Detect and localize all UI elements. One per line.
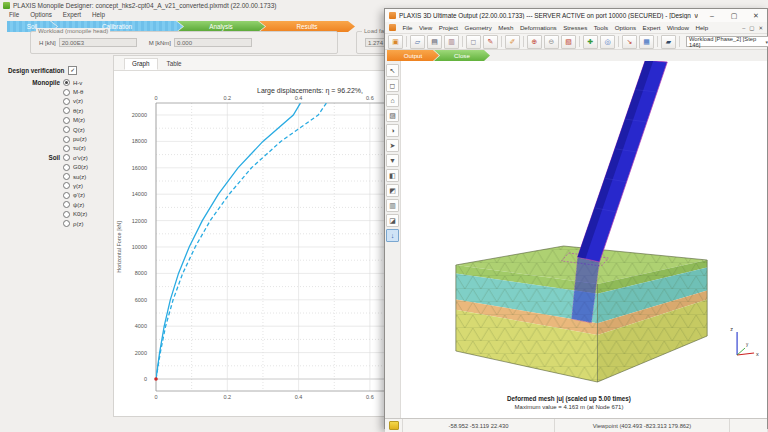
radio-z[interactable] [63, 192, 70, 199]
rw-menu-deformations[interactable]: Deformations [520, 24, 557, 31]
cross-section-icon[interactable]: ▰ [661, 35, 676, 49]
radio-z[interactable] [63, 182, 70, 189]
rw-menu-help[interactable]: Help [695, 24, 708, 31]
svg-text:10000: 10000 [132, 244, 147, 250]
measure-icon[interactable]: ✐ [505, 35, 520, 49]
radio-u-z[interactable] [63, 145, 70, 152]
toolbar-separator [462, 36, 463, 47]
radio-label-q-z: Q(z) [73, 127, 85, 133]
cross-section-tool-icon[interactable]: ◪ [386, 214, 399, 227]
zoom-extents-icon[interactable]: ▧ [561, 35, 576, 49]
radio-h-v[interactable] [63, 79, 70, 86]
rw-menu-project[interactable]: Project [439, 24, 458, 31]
result-caption: Deformed mesh |u| (scaled up 5.00 times)… [441, 395, 697, 410]
print-icon[interactable]: ▤ [427, 35, 442, 49]
lw-menu-expert[interactable]: Expert [63, 11, 81, 18]
lw-menu-options[interactable]: Options [30, 11, 52, 18]
table-icon[interactable]: ▦ [639, 35, 654, 49]
phase-dropdown[interactable]: Workload [Phase_2] [Step 146] ▾ [686, 36, 768, 47]
zoom-rectangle-icon[interactable]: ◻ [386, 79, 399, 92]
rw-menu-mesh[interactable]: Mesh [498, 24, 513, 31]
radio-z[interactable] [63, 201, 70, 208]
input-m-knm[interactable]: 0.000 [174, 38, 252, 47]
zoom-in-icon[interactable]: ⊕ [527, 35, 542, 49]
radio-label-z: ψ(z) [73, 202, 84, 208]
mode-tab-output[interactable]: Output [387, 50, 439, 61]
rw-menu-stresses[interactable]: Stresses [563, 24, 587, 31]
svg-text:12000: 12000 [132, 218, 147, 224]
result-option-row: γ(z) [0, 181, 112, 190]
zoom-out-icon[interactable]: ⊖ [544, 35, 559, 49]
rw-menu-expert[interactable]: Expert [643, 24, 661, 31]
mdi-restore-button[interactable]: ▢ [749, 25, 754, 31]
pan-icon[interactable]: ✚ [583, 35, 598, 49]
rw-menu-options[interactable]: Options [615, 24, 636, 31]
radio-g0-z[interactable] [63, 164, 70, 171]
svg-text:0.6: 0.6 [366, 394, 374, 400]
svg-text:Large displacements: η = 96.22: Large displacements: η = 96.22%, [257, 87, 363, 95]
scale-icon[interactable]: ↘ [622, 35, 637, 49]
mode-tab-close[interactable]: Close [434, 50, 490, 61]
group-label-soil: Soil [0, 154, 63, 161]
close-button[interactable]: ✕ [745, 9, 767, 22]
toolbar-separator [657, 36, 658, 47]
radio-v-z[interactable] [63, 98, 70, 105]
hide-soil-icon[interactable]: ▥ [386, 199, 399, 212]
materials-icon[interactable]: ▨ [386, 109, 399, 122]
phase-dropdown-value: Workload [Phase_2] [Step 146] [689, 36, 765, 48]
rw-menu-geometry[interactable]: Geometry [465, 24, 492, 31]
svg-text:Horizontal Force [kN]: Horizontal Force [kN] [116, 221, 122, 273]
input-h-kn[interactable]: 20.00E3 [59, 38, 137, 47]
select-rectangle-icon[interactable]: ◻ [466, 35, 481, 49]
report-icon[interactable]: ▥ [444, 35, 459, 49]
rw-menu-view[interactable]: View [419, 24, 432, 31]
rw-menu-tools[interactable]: Tools [594, 24, 608, 31]
svg-text:18000: 18000 [132, 138, 147, 144]
radio-k0-z[interactable] [63, 211, 70, 218]
radio-z[interactable] [63, 107, 70, 114]
radio-v-z[interactable] [63, 154, 70, 161]
radio-pu-z[interactable] [63, 136, 70, 143]
design-verification-checkbox[interactable] [68, 66, 77, 75]
radio-q-z[interactable] [63, 126, 70, 133]
radio-su-z[interactable] [63, 173, 70, 180]
lw-menu-file[interactable]: File [9, 11, 19, 18]
results-chart[interactable]: 0200040006000800010000120001400016000180… [114, 76, 389, 416]
draw-icon[interactable]: ✎ [483, 35, 498, 49]
select-icon[interactable]: ↖ [386, 64, 399, 77]
maximize-button[interactable]: ▢ [723, 9, 745, 22]
rw-menu-file[interactable]: File [403, 24, 413, 31]
note-icon[interactable] [389, 421, 399, 430]
lw-menu-help[interactable]: Help [92, 11, 105, 18]
phases-icon[interactable]: ◑ [386, 124, 399, 137]
radio-m[interactable] [63, 89, 70, 96]
shading-icon[interactable]: ◩ [386, 184, 399, 197]
z-axis-label: z [730, 326, 733, 332]
svg-text:20000: 20000 [132, 112, 147, 118]
mdi-minimize-button[interactable]: – [742, 25, 745, 31]
tab-table[interactable]: Table [159, 58, 190, 70]
fixities-icon[interactable]: ▼ [386, 154, 399, 167]
radio-label-g0-z: G0(z) [73, 164, 88, 170]
3d-viewport[interactable]: z x y [401, 61, 767, 418]
plaxis-output-app-icon [389, 12, 396, 19]
scale-legend-icon[interactable]: ↓ [386, 229, 399, 242]
snapshot-icon[interactable]: ▣ [388, 35, 403, 49]
radio-m-z[interactable] [63, 117, 70, 124]
svg-text:4000: 4000 [135, 323, 147, 329]
rw-toolbar: ▣▱▤▥◻✎✐⊕⊖▧✚◎↘▦▰ Workload [Phase_2] [Step… [385, 34, 767, 50]
tab-graph[interactable]: Graph [124, 58, 158, 70]
partial-geometry-icon[interactable]: ◧ [386, 169, 399, 182]
copy-icon[interactable]: ▱ [410, 35, 425, 49]
reset-view-icon[interactable]: ⌂ [386, 94, 399, 107]
minimize-button[interactable]: – [701, 9, 723, 22]
mdi-close-button[interactable]: ✕ [758, 25, 763, 31]
svg-text:0: 0 [154, 394, 157, 400]
radio-z[interactable] [63, 220, 70, 227]
rotate-icon[interactable]: ◎ [600, 35, 615, 49]
rw-titlebar: PLAXIS 3D Ultimate Output (22.00.00.1733… [385, 9, 767, 22]
load-arrows-icon[interactable]: ➤ [386, 139, 399, 152]
status-bar: -58.952 -53.119 22.430 Viewpoint (403.49… [385, 418, 767, 432]
workload-group: Workload (monopile head) H [kN]20.00E3M … [30, 31, 338, 54]
rw-menu-window[interactable]: Window [667, 24, 689, 31]
